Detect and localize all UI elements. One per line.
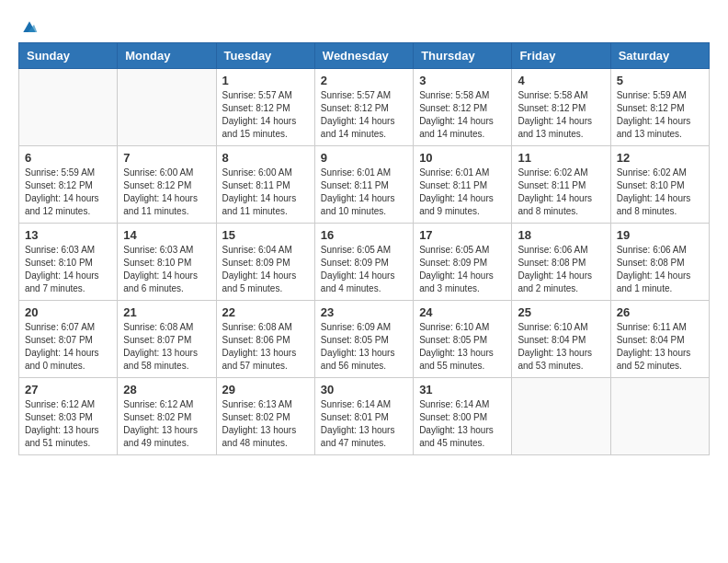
day-number: 21 bbox=[123, 305, 210, 319]
weekday-header-thursday: Thursday bbox=[414, 43, 512, 69]
day-number: 26 bbox=[617, 305, 703, 319]
day-number: 15 bbox=[222, 228, 309, 242]
day-number: 31 bbox=[419, 383, 506, 396]
day-number: 6 bbox=[25, 151, 111, 165]
day-info: Sunrise: 5:58 AM Sunset: 8:12 PM Dayligh… bbox=[518, 89, 604, 141]
day-number: 9 bbox=[321, 151, 407, 165]
day-info: Sunrise: 6:05 AM Sunset: 8:09 PM Dayligh… bbox=[321, 244, 407, 295]
calendar-cell: 12Sunrise: 6:02 AM Sunset: 8:10 PM Dayli… bbox=[610, 146, 709, 224]
logo-icon bbox=[20, 18, 39, 37]
day-info: Sunrise: 5:57 AM Sunset: 8:12 PM Dayligh… bbox=[321, 89, 407, 141]
day-info: Sunrise: 6:10 AM Sunset: 8:05 PM Dayligh… bbox=[419, 321, 506, 373]
calendar-cell bbox=[610, 378, 709, 455]
calendar-cell: 10Sunrise: 6:01 AM Sunset: 8:11 PM Dayli… bbox=[414, 146, 512, 224]
day-info: Sunrise: 6:13 AM Sunset: 8:02 PM Dayligh… bbox=[222, 398, 309, 450]
day-number: 7 bbox=[123, 151, 210, 165]
day-info: Sunrise: 6:08 AM Sunset: 8:07 PM Dayligh… bbox=[123, 321, 210, 373]
day-number: 23 bbox=[321, 305, 407, 319]
day-number: 14 bbox=[123, 228, 210, 242]
calendar-cell: 23Sunrise: 6:09 AM Sunset: 8:05 PM Dayli… bbox=[314, 301, 413, 378]
day-number: 3 bbox=[419, 74, 506, 87]
calendar-cell: 11Sunrise: 6:02 AM Sunset: 8:11 PM Dayli… bbox=[512, 146, 610, 224]
day-info: Sunrise: 6:08 AM Sunset: 8:06 PM Dayligh… bbox=[222, 321, 309, 373]
calendar-cell bbox=[118, 69, 216, 146]
calendar-cell: 31Sunrise: 6:14 AM Sunset: 8:00 PM Dayli… bbox=[414, 378, 512, 455]
day-number: 5 bbox=[617, 74, 703, 87]
calendar-cell: 4Sunrise: 5:58 AM Sunset: 8:12 PM Daylig… bbox=[512, 69, 610, 146]
day-number: 19 bbox=[617, 228, 703, 242]
calendar-cell: 19Sunrise: 6:06 AM Sunset: 8:08 PM Dayli… bbox=[610, 224, 709, 301]
day-number: 16 bbox=[321, 228, 407, 242]
day-info: Sunrise: 6:14 AM Sunset: 8:01 PM Dayligh… bbox=[321, 398, 407, 450]
calendar-cell: 25Sunrise: 6:10 AM Sunset: 8:04 PM Dayli… bbox=[512, 301, 610, 378]
day-number: 10 bbox=[419, 151, 506, 165]
day-number: 1 bbox=[222, 74, 309, 87]
day-number: 30 bbox=[321, 383, 407, 396]
day-number: 24 bbox=[419, 305, 506, 319]
day-info: Sunrise: 5:59 AM Sunset: 8:12 PM Dayligh… bbox=[617, 89, 703, 141]
week-row-5: 27Sunrise: 6:12 AM Sunset: 8:03 PM Dayli… bbox=[19, 378, 710, 455]
day-number: 11 bbox=[518, 151, 604, 165]
day-number: 12 bbox=[617, 151, 703, 165]
calendar-cell: 29Sunrise: 6:13 AM Sunset: 8:02 PM Dayli… bbox=[216, 378, 314, 455]
day-info: Sunrise: 5:59 AM Sunset: 8:12 PM Dayligh… bbox=[25, 167, 111, 218]
day-info: Sunrise: 6:03 AM Sunset: 8:10 PM Dayligh… bbox=[25, 244, 111, 295]
calendar-cell: 13Sunrise: 6:03 AM Sunset: 8:10 PM Dayli… bbox=[19, 224, 118, 301]
day-info: Sunrise: 6:00 AM Sunset: 8:12 PM Dayligh… bbox=[123, 167, 210, 218]
calendar-cell: 7Sunrise: 6:00 AM Sunset: 8:12 PM Daylig… bbox=[118, 146, 216, 224]
calendar-cell: 6Sunrise: 5:59 AM Sunset: 8:12 PM Daylig… bbox=[19, 146, 118, 224]
week-row-4: 20Sunrise: 6:07 AM Sunset: 8:07 PM Dayli… bbox=[19, 301, 710, 378]
day-number: 8 bbox=[222, 151, 309, 165]
calendar-cell: 15Sunrise: 6:04 AM Sunset: 8:09 PM Dayli… bbox=[216, 224, 314, 301]
day-info: Sunrise: 6:02 AM Sunset: 8:10 PM Dayligh… bbox=[617, 167, 703, 218]
day-number: 27 bbox=[25, 383, 111, 396]
day-info: Sunrise: 6:12 AM Sunset: 8:02 PM Dayligh… bbox=[123, 398, 210, 450]
weekday-header-sunday: Sunday bbox=[19, 43, 118, 69]
day-number: 18 bbox=[518, 228, 604, 242]
day-number: 20 bbox=[25, 305, 111, 319]
day-number: 4 bbox=[518, 74, 604, 87]
calendar-table: SundayMondayTuesdayWednesdayThursdayFrid… bbox=[18, 42, 710, 455]
calendar-cell: 17Sunrise: 6:05 AM Sunset: 8:09 PM Dayli… bbox=[414, 224, 512, 301]
week-row-1: 1Sunrise: 5:57 AM Sunset: 8:12 PM Daylig… bbox=[19, 69, 710, 146]
calendar-cell: 9Sunrise: 6:01 AM Sunset: 8:11 PM Daylig… bbox=[314, 146, 413, 224]
day-info: Sunrise: 6:12 AM Sunset: 8:03 PM Dayligh… bbox=[25, 398, 111, 450]
day-info: Sunrise: 5:57 AM Sunset: 8:12 PM Dayligh… bbox=[222, 89, 309, 141]
day-info: Sunrise: 6:02 AM Sunset: 8:11 PM Dayligh… bbox=[518, 167, 604, 218]
calendar-cell: 26Sunrise: 6:11 AM Sunset: 8:04 PM Dayli… bbox=[610, 301, 709, 378]
calendar-cell bbox=[512, 378, 610, 455]
day-info: Sunrise: 6:07 AM Sunset: 8:07 PM Dayligh… bbox=[25, 321, 111, 373]
day-info: Sunrise: 6:04 AM Sunset: 8:09 PM Dayligh… bbox=[222, 244, 309, 295]
calendar-cell: 21Sunrise: 6:08 AM Sunset: 8:07 PM Dayli… bbox=[118, 301, 216, 378]
day-number: 17 bbox=[419, 228, 506, 242]
weekday-header-saturday: Saturday bbox=[610, 43, 709, 69]
day-info: Sunrise: 6:11 AM Sunset: 8:04 PM Dayligh… bbox=[617, 321, 703, 373]
calendar-cell: 28Sunrise: 6:12 AM Sunset: 8:02 PM Dayli… bbox=[118, 378, 216, 455]
day-number: 25 bbox=[518, 305, 604, 319]
day-info: Sunrise: 6:06 AM Sunset: 8:08 PM Dayligh… bbox=[518, 244, 604, 295]
day-info: Sunrise: 6:03 AM Sunset: 8:10 PM Dayligh… bbox=[123, 244, 210, 295]
weekday-header-wednesday: Wednesday bbox=[314, 43, 413, 69]
page-header bbox=[18, 18, 710, 33]
day-number: 22 bbox=[222, 305, 309, 319]
week-row-3: 13Sunrise: 6:03 AM Sunset: 8:10 PM Dayli… bbox=[19, 224, 710, 301]
calendar-cell bbox=[19, 69, 118, 146]
day-info: Sunrise: 6:10 AM Sunset: 8:04 PM Dayligh… bbox=[518, 321, 604, 373]
day-info: Sunrise: 6:06 AM Sunset: 8:08 PM Dayligh… bbox=[617, 244, 703, 295]
day-number: 13 bbox=[25, 228, 111, 242]
calendar-cell: 18Sunrise: 6:06 AM Sunset: 8:08 PM Dayli… bbox=[512, 224, 610, 301]
day-info: Sunrise: 6:01 AM Sunset: 8:11 PM Dayligh… bbox=[321, 167, 407, 218]
calendar-cell: 20Sunrise: 6:07 AM Sunset: 8:07 PM Dayli… bbox=[19, 301, 118, 378]
calendar-cell: 16Sunrise: 6:05 AM Sunset: 8:09 PM Dayli… bbox=[314, 224, 413, 301]
calendar-cell: 1Sunrise: 5:57 AM Sunset: 8:12 PM Daylig… bbox=[216, 69, 314, 146]
calendar-cell: 24Sunrise: 6:10 AM Sunset: 8:05 PM Dayli… bbox=[414, 301, 512, 378]
day-info: Sunrise: 6:05 AM Sunset: 8:09 PM Dayligh… bbox=[419, 244, 506, 295]
calendar-cell: 27Sunrise: 6:12 AM Sunset: 8:03 PM Dayli… bbox=[19, 378, 118, 455]
weekday-header-row: SundayMondayTuesdayWednesdayThursdayFrid… bbox=[19, 43, 710, 69]
day-info: Sunrise: 5:58 AM Sunset: 8:12 PM Dayligh… bbox=[419, 89, 506, 141]
day-info: Sunrise: 6:01 AM Sunset: 8:11 PM Dayligh… bbox=[419, 167, 506, 218]
calendar-cell: 3Sunrise: 5:58 AM Sunset: 8:12 PM Daylig… bbox=[414, 69, 512, 146]
calendar-cell: 30Sunrise: 6:14 AM Sunset: 8:01 PM Dayli… bbox=[314, 378, 413, 455]
calendar-cell: 14Sunrise: 6:03 AM Sunset: 8:10 PM Dayli… bbox=[118, 224, 216, 301]
day-number: 28 bbox=[123, 383, 210, 396]
